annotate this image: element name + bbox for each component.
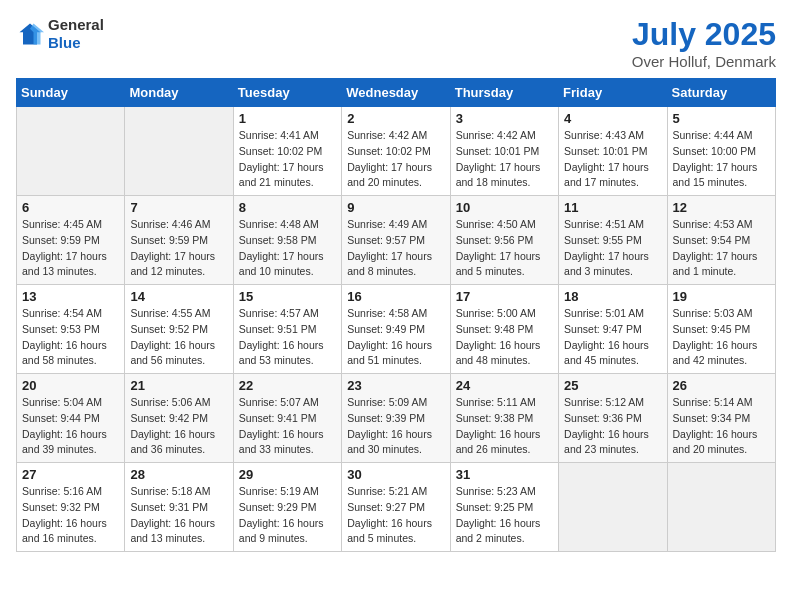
sunrise-text: Sunrise: 5:06 AM — [130, 395, 227, 411]
page-header: General Blue July 2025 Over Holluf, Denm… — [16, 16, 776, 70]
calendar-cell: 26Sunrise: 5:14 AMSunset: 9:34 PMDayligh… — [667, 374, 775, 463]
week-row-1: 1Sunrise: 4:41 AMSunset: 10:02 PMDayligh… — [17, 107, 776, 196]
sunrise-text: Sunrise: 5:14 AM — [673, 395, 770, 411]
sunset-text: Sunset: 9:34 PM — [673, 411, 770, 427]
daylight-text: Daylight: 17 hours and 17 minutes. — [564, 160, 661, 192]
sunset-text: Sunset: 9:27 PM — [347, 500, 444, 516]
day-number: 12 — [673, 200, 770, 215]
day-info: Sunrise: 5:21 AMSunset: 9:27 PMDaylight:… — [347, 484, 444, 547]
week-row-3: 13Sunrise: 4:54 AMSunset: 9:53 PMDayligh… — [17, 285, 776, 374]
sunset-text: Sunset: 9:48 PM — [456, 322, 553, 338]
daylight-text: Daylight: 17 hours and 3 minutes. — [564, 249, 661, 281]
daylight-text: Daylight: 16 hours and 36 minutes. — [130, 427, 227, 459]
calendar-cell: 30Sunrise: 5:21 AMSunset: 9:27 PMDayligh… — [342, 463, 450, 552]
sunrise-text: Sunrise: 4:44 AM — [673, 128, 770, 144]
sunrise-text: Sunrise: 4:54 AM — [22, 306, 119, 322]
calendar-cell: 27Sunrise: 5:16 AMSunset: 9:32 PMDayligh… — [17, 463, 125, 552]
day-number: 17 — [456, 289, 553, 304]
sunrise-text: Sunrise: 4:42 AM — [347, 128, 444, 144]
day-number: 11 — [564, 200, 661, 215]
sunrise-text: Sunrise: 5:19 AM — [239, 484, 336, 500]
calendar-cell: 29Sunrise: 5:19 AMSunset: 9:29 PMDayligh… — [233, 463, 341, 552]
sunrise-text: Sunrise: 4:57 AM — [239, 306, 336, 322]
calendar-cell — [125, 107, 233, 196]
day-info: Sunrise: 4:55 AMSunset: 9:52 PMDaylight:… — [130, 306, 227, 369]
header-day-tuesday: Tuesday — [233, 79, 341, 107]
daylight-text: Daylight: 16 hours and 58 minutes. — [22, 338, 119, 370]
sunrise-text: Sunrise: 5:11 AM — [456, 395, 553, 411]
day-number: 9 — [347, 200, 444, 215]
day-info: Sunrise: 5:09 AMSunset: 9:39 PMDaylight:… — [347, 395, 444, 458]
day-info: Sunrise: 5:07 AMSunset: 9:41 PMDaylight:… — [239, 395, 336, 458]
day-number: 28 — [130, 467, 227, 482]
day-info: Sunrise: 4:45 AMSunset: 9:59 PMDaylight:… — [22, 217, 119, 280]
header-row: SundayMondayTuesdayWednesdayThursdayFrid… — [17, 79, 776, 107]
day-info: Sunrise: 4:53 AMSunset: 9:54 PMDaylight:… — [673, 217, 770, 280]
calendar-cell — [17, 107, 125, 196]
calendar-cell: 19Sunrise: 5:03 AMSunset: 9:45 PMDayligh… — [667, 285, 775, 374]
day-number: 16 — [347, 289, 444, 304]
sunrise-text: Sunrise: 5:09 AM — [347, 395, 444, 411]
sunset-text: Sunset: 9:47 PM — [564, 322, 661, 338]
sunrise-text: Sunrise: 4:55 AM — [130, 306, 227, 322]
sunset-text: Sunset: 9:51 PM — [239, 322, 336, 338]
daylight-text: Daylight: 16 hours and 39 minutes. — [22, 427, 119, 459]
daylight-text: Daylight: 17 hours and 18 minutes. — [456, 160, 553, 192]
day-info: Sunrise: 4:57 AMSunset: 9:51 PMDaylight:… — [239, 306, 336, 369]
header-day-monday: Monday — [125, 79, 233, 107]
sunrise-text: Sunrise: 5:01 AM — [564, 306, 661, 322]
logo-general: General — [48, 16, 104, 33]
day-number: 15 — [239, 289, 336, 304]
calendar-cell: 23Sunrise: 5:09 AMSunset: 9:39 PMDayligh… — [342, 374, 450, 463]
day-number: 2 — [347, 111, 444, 126]
daylight-text: Daylight: 17 hours and 20 minutes. — [347, 160, 444, 192]
sunrise-text: Sunrise: 4:45 AM — [22, 217, 119, 233]
day-info: Sunrise: 5:06 AMSunset: 9:42 PMDaylight:… — [130, 395, 227, 458]
daylight-text: Daylight: 16 hours and 56 minutes. — [130, 338, 227, 370]
sunset-text: Sunset: 9:57 PM — [347, 233, 444, 249]
daylight-text: Daylight: 17 hours and 1 minute. — [673, 249, 770, 281]
daylight-text: Daylight: 17 hours and 13 minutes. — [22, 249, 119, 281]
day-number: 26 — [673, 378, 770, 393]
calendar-cell: 10Sunrise: 4:50 AMSunset: 9:56 PMDayligh… — [450, 196, 558, 285]
week-row-4: 20Sunrise: 5:04 AMSunset: 9:44 PMDayligh… — [17, 374, 776, 463]
day-info: Sunrise: 4:51 AMSunset: 9:55 PMDaylight:… — [564, 217, 661, 280]
calendar-cell: 11Sunrise: 4:51 AMSunset: 9:55 PMDayligh… — [559, 196, 667, 285]
header-day-saturday: Saturday — [667, 79, 775, 107]
sunset-text: Sunset: 9:49 PM — [347, 322, 444, 338]
day-info: Sunrise: 5:19 AMSunset: 9:29 PMDaylight:… — [239, 484, 336, 547]
day-info: Sunrise: 4:44 AMSunset: 10:00 PMDaylight… — [673, 128, 770, 191]
day-number: 19 — [673, 289, 770, 304]
week-row-2: 6Sunrise: 4:45 AMSunset: 9:59 PMDaylight… — [17, 196, 776, 285]
daylight-text: Daylight: 17 hours and 10 minutes. — [239, 249, 336, 281]
daylight-text: Daylight: 16 hours and 16 minutes. — [22, 516, 119, 548]
calendar-cell: 9Sunrise: 4:49 AMSunset: 9:57 PMDaylight… — [342, 196, 450, 285]
sunrise-text: Sunrise: 4:42 AM — [456, 128, 553, 144]
day-info: Sunrise: 5:01 AMSunset: 9:47 PMDaylight:… — [564, 306, 661, 369]
sunrise-text: Sunrise: 4:50 AM — [456, 217, 553, 233]
day-info: Sunrise: 5:14 AMSunset: 9:34 PMDaylight:… — [673, 395, 770, 458]
day-number: 31 — [456, 467, 553, 482]
sunrise-text: Sunrise: 4:46 AM — [130, 217, 227, 233]
calendar-cell: 20Sunrise: 5:04 AMSunset: 9:44 PMDayligh… — [17, 374, 125, 463]
calendar-table: SundayMondayTuesdayWednesdayThursdayFrid… — [16, 78, 776, 552]
calendar-cell: 28Sunrise: 5:18 AMSunset: 9:31 PMDayligh… — [125, 463, 233, 552]
sunrise-text: Sunrise: 4:49 AM — [347, 217, 444, 233]
daylight-text: Daylight: 17 hours and 8 minutes. — [347, 249, 444, 281]
day-number: 20 — [22, 378, 119, 393]
day-number: 7 — [130, 200, 227, 215]
day-number: 24 — [456, 378, 553, 393]
day-number: 3 — [456, 111, 553, 126]
sunset-text: Sunset: 9:31 PM — [130, 500, 227, 516]
day-number: 18 — [564, 289, 661, 304]
calendar-header: SundayMondayTuesdayWednesdayThursdayFrid… — [17, 79, 776, 107]
day-number: 13 — [22, 289, 119, 304]
sunset-text: Sunset: 9:55 PM — [564, 233, 661, 249]
sunset-text: Sunset: 10:02 PM — [347, 144, 444, 160]
sunset-text: Sunset: 9:53 PM — [22, 322, 119, 338]
day-number: 6 — [22, 200, 119, 215]
calendar-cell: 21Sunrise: 5:06 AMSunset: 9:42 PMDayligh… — [125, 374, 233, 463]
calendar-cell: 3Sunrise: 4:42 AMSunset: 10:01 PMDayligh… — [450, 107, 558, 196]
calendar-cell: 8Sunrise: 4:48 AMSunset: 9:58 PMDaylight… — [233, 196, 341, 285]
sunset-text: Sunset: 10:02 PM — [239, 144, 336, 160]
